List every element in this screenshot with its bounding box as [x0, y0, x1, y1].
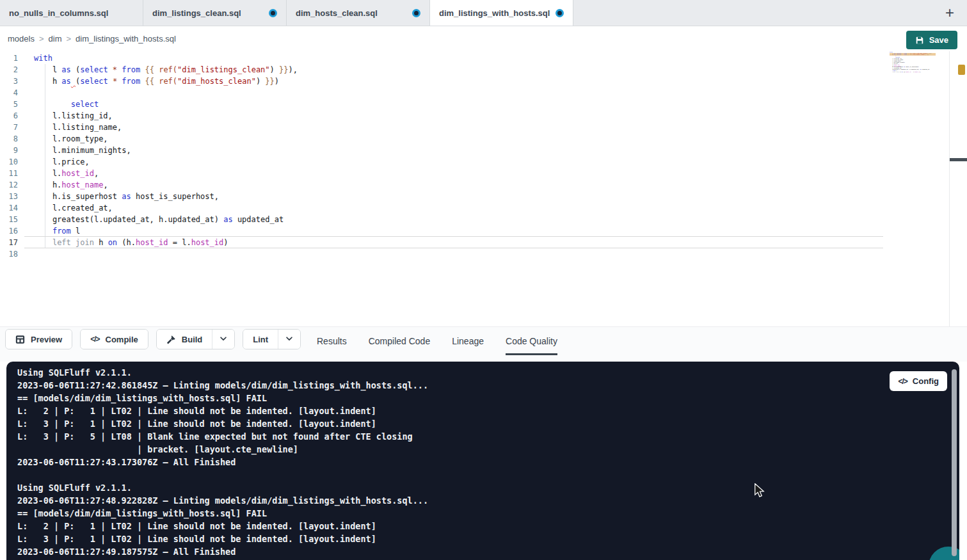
tab-dim_listings_clean.sql[interactable]: dim_listings_clean.sql: [143, 0, 287, 26]
code-token: [108, 77, 113, 86]
terminal-line: Using SQLFluff v2.1.1.: [17, 481, 428, 494]
code-token: (: [71, 65, 80, 74]
code-text: l.host_id,: [34, 168, 99, 179]
code-token: [71, 77, 76, 86]
code-line[interactable]: 12 h.host_name,: [0, 179, 298, 191]
code-token: ): [275, 77, 279, 86]
terminal-line: L: 2 | P: 1 | LT02 | Line should not be …: [17, 404, 428, 417]
code-token: }}: [265, 77, 274, 86]
build-button[interactable]: Build: [157, 330, 212, 349]
line-number: 16: [0, 225, 18, 237]
code-token: "dim_hosts_clean": [177, 77, 256, 86]
button-group-build: Build: [156, 329, 236, 349]
breadcrumb-separator-icon: >: [39, 34, 44, 44]
code-line[interactable]: 18: [0, 248, 298, 260]
terminal-line: Using SQLFluff v2.1.1.: [17, 366, 428, 379]
line-number: 18: [0, 248, 18, 260]
action-buttons: Preview</>CompileBuildLint: [5, 329, 301, 349]
editor-lines: 1with2 l as (select * from {{ ref("dim_l…: [0, 52, 298, 260]
tab-dim_listings_with_hosts.sql[interactable]: dim_listings_with_hosts.sql: [430, 0, 573, 26]
line-number: 3: [0, 76, 18, 87]
code-text: l.created_at,: [34, 202, 113, 214]
code-token: ): [928, 54, 929, 56]
code-token: ): [256, 77, 265, 86]
code-text: select: [34, 99, 99, 110]
code-text: from l: [34, 225, 80, 237]
terminal-output: Using SQLFluff v2.1.1.2023-06-06T11:27:4…: [17, 366, 428, 558]
code-token: greatest(l.updated_at, h.updated_at): [34, 215, 223, 224]
code-token: h: [94, 238, 108, 247]
build-dropdown-button[interactable]: [212, 330, 234, 349]
panel-tab-compiled-code[interactable]: Compiled Code: [369, 327, 431, 355]
tab-dim_hosts_clean.sql[interactable]: dim_hosts_clean.sql: [287, 0, 430, 26]
code-token: host_name: [61, 180, 103, 189]
panel-tab-lineage[interactable]: Lineage: [452, 327, 484, 355]
button-group-lint: Lint: [243, 329, 301, 349]
lint-button[interactable]: Lint: [243, 330, 278, 349]
bottom-toolbar: Preview</>CompileBuildLint ResultsCompil…: [0, 326, 967, 362]
code-line[interactable]: 16 from l: [0, 225, 298, 237]
line-number: 2: [0, 64, 18, 76]
code-token: with: [34, 54, 52, 63]
tab-no_nulls_in_columns.sql[interactable]: no_nulls_in_columns.sql: [0, 0, 143, 26]
lint-dropdown-button[interactable]: [278, 330, 300, 349]
code-line[interactable]: 17 left join h on (h.host_id = l.host_id…: [0, 237, 298, 248]
code-line[interactable]: 2 l as (select * from {{ ref("dim_listin…: [0, 64, 298, 76]
code-text: h as (select * from {{ ref("dim_hosts_cl…: [34, 76, 279, 87]
code-line[interactable]: 9 l.minimum_nights,: [0, 145, 298, 156]
code-token: "dim_hosts_clean": [913, 54, 925, 56]
panel-tab-results[interactable]: Results: [317, 327, 347, 355]
terminal-line: 2023-06-06T11:27:43.173076Z — All Finish…: [17, 456, 428, 468]
code-line[interactable]: 7 l.listing_name,: [0, 122, 298, 133]
code-token: host_is_superhost,: [905, 67, 919, 68]
tab-bar: no_nulls_in_columns.sqldim_listings_clea…: [0, 0, 967, 26]
terminal-scrollbar[interactable]: [952, 369, 957, 556]
code-token: as: [223, 215, 232, 224]
code-line[interactable]: 15 greatest(l.updated_at, h.updated_at) …: [0, 214, 298, 225]
modified-dot-icon: [269, 9, 277, 17]
code-icon: </>: [898, 377, 907, 386]
code-line[interactable]: 11 l.host_id,: [0, 168, 298, 179]
code-token: updated_at: [233, 215, 284, 224]
code-token: ref(: [159, 65, 177, 74]
code-line[interactable]: 8 l.room_type,: [0, 133, 298, 145]
config-button[interactable]: </> Config: [890, 371, 947, 391]
new-tab-button[interactable]: +: [943, 5, 957, 20]
code-text: with: [34, 52, 52, 64]
code-token: l.minimum_nights,: [34, 146, 131, 155]
preview-button[interactable]: Preview: [6, 330, 72, 349]
code-line[interactable]: 14 l.created_at,: [0, 202, 298, 214]
code-line[interactable]: 13 h.is_superhost as host_is_superhost,: [0, 191, 298, 202]
code-token: host_id: [61, 169, 94, 178]
code-token: }}: [279, 65, 288, 74]
terminal-line: L: 3 | P: 1 | LT02 | Line should not be …: [17, 532, 428, 545]
breadcrumb-item: models: [8, 34, 35, 44]
code-line[interactable]: 6 l.listing_id,: [0, 110, 298, 122]
lint-warning-marker: [958, 65, 965, 75]
minimap[interactable]: with l as (select * from {{ ref("dim_lis…: [890, 52, 937, 135]
code-token: ,: [103, 180, 108, 189]
modified-dot-icon: [412, 9, 420, 17]
code-line[interactable]: 5 select: [0, 99, 298, 110]
code-token: ,: [94, 169, 99, 178]
terminal-panel[interactable]: Using SQLFluff v2.1.1.2023-06-06T11:27:4…: [6, 362, 959, 560]
code-token: h: [34, 77, 61, 86]
code-line[interactable]: 3 h as (select * from {{ ref("dim_hosts_…: [0, 76, 298, 87]
save-button[interactable]: Save: [906, 31, 957, 49]
tab-label: dim_hosts_clean.sql: [296, 8, 378, 18]
tab-label: dim_listings_clean.sql: [152, 8, 241, 18]
compile-button[interactable]: </>Compile: [81, 330, 148, 349]
code-token: {{: [145, 77, 154, 86]
code-editor[interactable]: 1with2 l as (select * from {{ ref("dim_l…: [0, 51, 967, 326]
terminal-line: L: 3 | P: 1 | LT02 | Line should not be …: [17, 417, 428, 430]
breadcrumb-separator-icon: >: [66, 34, 71, 44]
code-line[interactable]: 4: [0, 87, 298, 99]
panel-tab-code-quality[interactable]: Code Quality: [506, 327, 557, 355]
line-number: 6: [0, 110, 18, 122]
code-token: l.: [34, 169, 61, 178]
code-line[interactable]: 1with: [0, 52, 298, 64]
code-line[interactable]: 10 l.price,: [0, 156, 298, 168]
code-token: host_id: [191, 238, 224, 247]
code-text: left join h on (h.host_id = l.host_id): [34, 237, 228, 248]
terminal-line: [17, 468, 428, 481]
